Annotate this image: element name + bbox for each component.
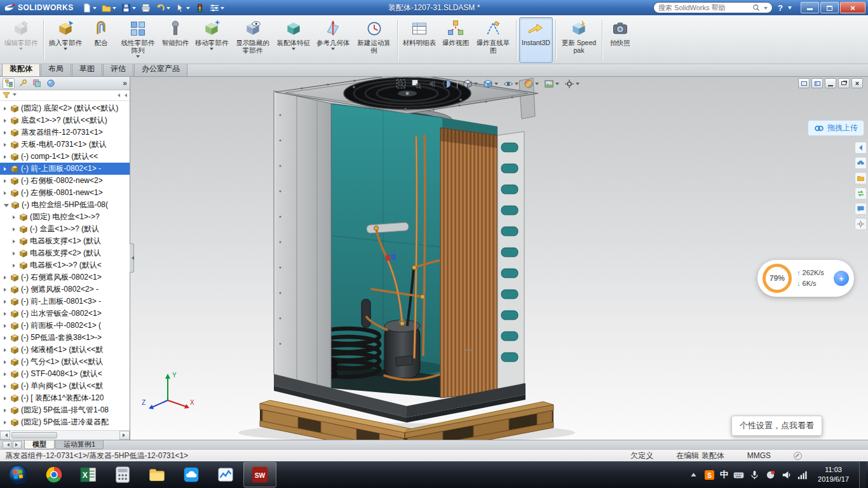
netdisk-drag-upload-banner[interactable]: 拖拽上传 [808,120,864,136]
open-button[interactable] [100,1,118,14]
expand-arrow-icon[interactable] [13,227,17,231]
taskbar-netdisk-icon[interactable] [175,462,208,487]
maximize-button[interactable] [820,2,839,13]
expand-arrow-icon[interactable] [4,191,8,195]
expand-arrow-icon[interactable] [4,372,8,376]
rebuild-button[interactable] [193,1,207,14]
minimize-button[interactable] [801,2,819,13]
expand-arrow-icon[interactable] [13,252,17,255]
featuremanager-tree-tab-icon[interactable] [3,78,15,89]
save-button[interactable] [119,1,138,14]
motion-prev-button[interactable] [3,441,11,449]
expand-arrow-icon[interactable] [13,240,17,243]
tree-item[interactable]: (-) comp-1<1> (默认<< [0,151,130,163]
expand-arrow-icon[interactable] [4,348,8,352]
expand-arrow-icon[interactable] [4,155,8,159]
search-options-caret-icon[interactable] [764,7,768,11]
dock-message-icon[interactable] [855,203,867,215]
dock-collapse-icon[interactable] [855,142,867,154]
tree-item[interactable]: (-) 前-上面板-0801<3> - [0,295,130,308]
edit-appearance-icon[interactable] [524,79,539,89]
expand-arrow-icon[interactable] [13,264,17,268]
tree-horizontal-scrollbar[interactable] [0,430,130,440]
left-side-panel[interactable] [274,91,331,388]
ribbon-mate-button[interactable]: 配合 [86,17,116,63]
status-units[interactable]: MMGS [747,451,771,460]
new-button[interactable] [80,1,98,14]
expand-arrow-icon[interactable] [4,409,8,412]
tree-item[interactable]: 底盘<1>->? (默认<<默认) [0,114,130,126]
dropdown-caret-icon[interactable] [210,48,214,52]
expand-arrow-icon[interactable] [4,143,8,147]
filter-funnel-icon[interactable] [3,92,10,99]
taskbar-excel-icon[interactable]: X [72,462,105,487]
options-button[interactable] [208,1,226,14]
collapse-ribbon-caret-icon[interactable] [788,6,792,11]
taskbar-clock[interactable]: 11:03 2019/6/17 [813,465,854,485]
expand-arrow-icon[interactable] [4,384,8,388]
ribbon-showhide-button[interactable]: 显示隐藏的零部件 [233,17,273,63]
tree-item[interactable]: (-) 单向阀<1> (默认<<默 [0,380,130,392]
tree-item[interactable]: (-) 电控盒组-5HP低温-08( [0,199,130,211]
expand-arrow-icon[interactable] [4,119,8,123]
tree-item[interactable]: 电器板<1>->? (默认< [0,259,130,271]
expand-arrow-icon[interactable] [4,300,8,304]
accelerator-ball-icon[interactable]: + [834,271,849,286]
displaymanager-tab-icon[interactable] [44,78,57,89]
tray-expand-icon[interactable] [688,470,699,480]
ribbon-snapshot-button[interactable]: 拍快照 [605,17,635,63]
ime-language-indicator[interactable]: 中 [720,469,728,480]
expand-arrow-icon[interactable] [4,107,8,111]
sogou-icon[interactable]: S [704,470,715,480]
view-settings-icon[interactable] [564,79,580,89]
ribbon-pattern-button[interactable]: 线性零部件阵列 [118,17,158,63]
expand-arrow-icon[interactable] [4,179,8,183]
minimize-doc-button[interactable] [825,78,836,88]
expand-arrow-icon[interactable] [4,131,8,135]
graphics-area[interactable]: × Y X Z 拖拽上传 79% ↑ [130,77,868,440]
viewport-single-button[interactable] [798,78,810,88]
scroll-right-button[interactable] [119,431,130,440]
tree-item[interactable]: (-) 储液桶<1> (默认<<默 [0,344,130,356]
dock-transfer-icon[interactable] [855,187,867,200]
tray-alert-icon[interactable] [765,470,776,480]
3d-model-heat-pump-assembly[interactable] [130,77,868,440]
ribbon-explsketch-button[interactable]: 爆炸直线草图 [473,17,513,63]
scroll-left-button[interactable] [0,431,10,440]
filter-caret-icon[interactable] [13,93,17,98]
show-desktop-button[interactable] [859,461,866,488]
dropdown-caret-icon[interactable] [136,55,140,60]
ribbon-motion-button[interactable]: 新建运动算例 [354,17,395,63]
print-button[interactable] [139,1,153,14]
expand-arrow-icon[interactable] [4,324,8,328]
tree-item[interactable]: (-) 右侧板-0802-new<2> [0,175,130,187]
tree-item[interactable]: (-) 右侧遮风板-0802<1> [0,271,130,283]
viewport-split-button[interactable] [811,78,823,88]
ribbon-feature-button[interactable]: 装配体特征 [275,17,313,63]
dropdown-caret-icon[interactable] [19,48,23,52]
tree-item[interactable]: (-) 左侧板-0801-new<1> [0,187,130,199]
view-orientation-icon[interactable] [463,79,478,89]
tree-item[interactable]: (-) 5P低温-套换38<1>-> [0,332,130,344]
ribbon-edit-button[interactable]: 编辑零部件 [2,17,41,63]
expand-arrow-icon[interactable] [13,215,17,219]
tree-item[interactable]: (-) 前面板-中-0802<1> ( [0,320,130,332]
taskbar-calculator-icon[interactable] [106,462,139,487]
zoom-fit-icon[interactable] [396,79,406,89]
scrollbar-thumb[interactable] [11,432,57,438]
panel-expand-chevron-icon[interactable]: » [123,79,127,88]
ribbon-insert-button[interactable]: 插入零部件 [46,17,85,63]
dropdown-caret-icon[interactable] [64,48,67,52]
ribbon-speedpak-button[interactable]: 更新 Speedpak [559,17,599,63]
section-view-icon[interactable] [442,79,452,89]
search-input[interactable] [658,4,750,11]
tree-item[interactable]: (-) 侧遮风板-0802<2> - [0,283,130,295]
help-icon[interactable]: ? [776,3,784,13]
ribbon-refgeom-button[interactable]: 参考几何体 [314,17,353,63]
undo-button[interactable] [154,1,172,14]
download-speed-widget[interactable]: 79% ↑ 262K/s ↓ 6K/s + [757,260,854,297]
ribbon-fastener-button[interactable]: 智能扣件 [159,17,191,63]
taskbar-folder-icon[interactable] [140,462,173,487]
dropdown-caret-icon[interactable] [331,48,335,52]
ribbon-bom-button[interactable]: 材料明细表 [400,17,439,63]
